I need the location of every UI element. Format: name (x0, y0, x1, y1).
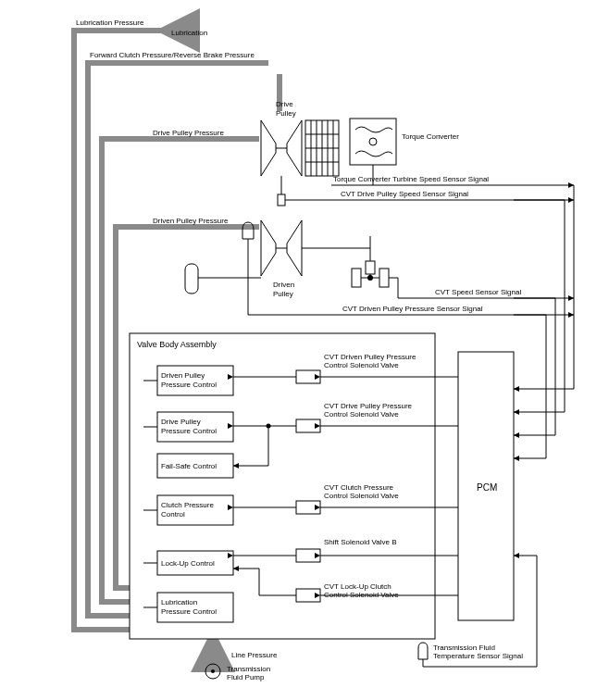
driven-pulley-icon (261, 220, 302, 276)
svg-rect-18 (352, 269, 361, 287)
drive-pulley-label: DrivePulley (276, 100, 296, 118)
forward-clutch-pressure-label: Forward Clutch Pressure/Reverse Brake Pr… (90, 51, 255, 59)
lubrication-label: Lubrication (171, 29, 207, 37)
solenoid-4-icon (296, 589, 320, 602)
driven-pulley-label: DrivenPulley (273, 281, 294, 298)
lubrication-pressure-label: Lubrication Pressure (76, 19, 144, 27)
svg-rect-14 (366, 261, 375, 274)
pump-label: TransmissionFluid Pump (227, 665, 270, 681)
temp-sensor-icon (418, 643, 428, 659)
drive-pulley-pressure-label: Drive Pulley Pressure (153, 129, 224, 137)
svg-rect-10 (350, 119, 396, 165)
differential-icon (352, 236, 389, 287)
drive-pulley-sensor-icon (278, 194, 285, 206)
torque-converter-label: Torque Converter (402, 132, 459, 141)
solenoid-2-label: CVT Clutch PressureControl Solenoid Valv… (324, 483, 399, 500)
drive-pulley-icon (261, 120, 302, 176)
solenoid-2-icon (296, 501, 320, 514)
cvt-driven-pressure-signal-label: CVT Driven Pulley Pressure Sensor Signal (342, 305, 483, 313)
temp-sensor-label: Transmission FluidTemperature Sensor Sig… (433, 644, 523, 660)
solenoid-3-icon (296, 549, 320, 562)
torque-converter-icon (350, 119, 396, 165)
svg-rect-19 (185, 264, 198, 294)
control-4-label: Lock-Up Control (161, 559, 215, 568)
solenoid-3-label: Shift Solenoid Valve B (324, 538, 397, 546)
control-2-label: Fail-Safe Control (161, 462, 217, 470)
pcm-label: PCM (477, 482, 497, 493)
solenoid-1-icon (296, 419, 320, 432)
pump-dot (211, 669, 215, 673)
cvt-drive-pulley-signal-label: CVT Drive Pulley Speed Sensor Signal (341, 190, 468, 198)
cvt-speed-signal-label: CVT Speed Sensor Signal (435, 288, 521, 296)
svg-rect-17 (379, 269, 389, 287)
solenoid-0-icon (296, 370, 320, 383)
driven-pulley-pressure-label: Driven Pulley Pressure (153, 217, 229, 225)
wheel-icon (185, 264, 261, 294)
tc-signal-label: Torque Converter Turbine Speed Sensor Si… (333, 175, 489, 183)
solenoid-4-label: CVT Lock-Up ClutchControl Solenoid Valve (324, 582, 399, 599)
gear-cluster-icon (305, 120, 339, 176)
line-pressure-label: Line Pressure (231, 651, 278, 659)
valve-body-title: Valve Body Assembly (137, 340, 217, 349)
